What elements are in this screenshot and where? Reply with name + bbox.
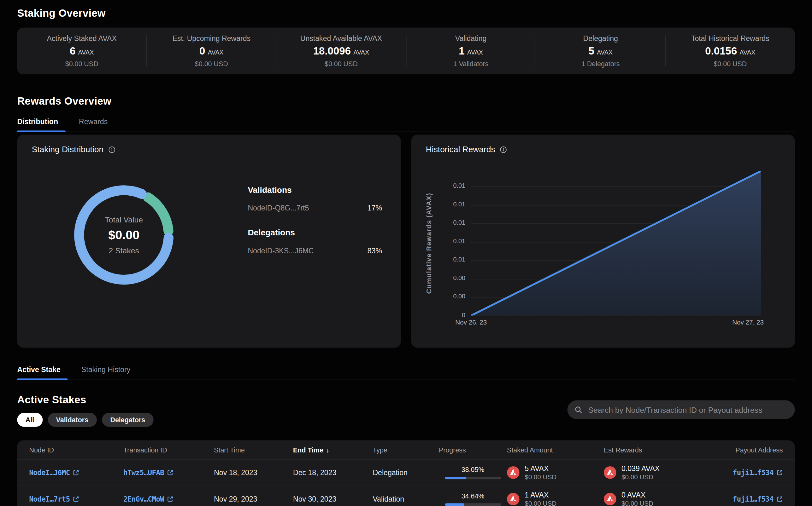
staked-usd: $0.00 USD — [525, 474, 556, 481]
stat-value: 0.0156 — [705, 46, 737, 57]
col-type[interactable]: Type — [373, 446, 439, 454]
donut-center-label: Total Value — [105, 215, 143, 224]
delegation-node-id: NodeID-3KS...J6MC — [248, 246, 314, 255]
info-icon[interactable] — [500, 146, 507, 153]
external-link-icon — [777, 470, 783, 476]
tab-active-stake[interactable]: Active Stake — [17, 362, 60, 380]
col-node-id[interactable]: Node ID — [29, 446, 123, 454]
external-link-icon — [73, 470, 79, 476]
end-time: Nov 30, 2023 — [293, 495, 373, 503]
est-rewards: 0 AVAX — [621, 491, 653, 499]
validation-percent: 17% — [367, 204, 382, 212]
donut-center-sub: 2 Stakes — [109, 246, 139, 255]
search-icon — [575, 406, 583, 414]
stat-label: Total Historical Rewards — [691, 34, 769, 43]
search-box[interactable] — [567, 401, 795, 419]
col-end-time[interactable]: End Time↓ — [293, 446, 373, 454]
progress-percent: 34.64% — [462, 493, 484, 500]
progress-percent: 38.05% — [462, 466, 484, 474]
delegations-heading: Delegations — [248, 228, 382, 238]
stat-upcoming-rewards: Est. Upcoming Rewards 0AVAX $0.00 USD — [146, 35, 276, 67]
stat-unit: AVAX — [597, 49, 613, 56]
stat-unit: AVAX — [353, 49, 369, 56]
est-rewards: 0.039 AVAX — [621, 464, 660, 472]
staking-dashboard: Staking Overview Actively Staked AVAX 6A… — [0, 0, 812, 506]
avax-logo-icon — [507, 493, 520, 505]
table-header-row: Node ID Transaction ID Start Time End Ti… — [17, 440, 795, 460]
y-tick: 0.00 — [411, 293, 466, 300]
stat-actively-staked: Actively Staked AVAX 6AVAX $0.00 USD — [17, 35, 146, 67]
col-start-time[interactable]: Start Time — [214, 446, 293, 454]
table-row: NodeI…7rt5 2EnGv…CMoW Nov 29, 2023 Nov 3… — [17, 486, 795, 506]
col-progress[interactable]: Progress — [439, 446, 507, 454]
info-icon[interactable] — [108, 146, 116, 153]
external-link-icon — [777, 496, 783, 502]
staked-amount-cell: 1 AVAX$0.00 USD — [507, 491, 604, 506]
filter-delegators[interactable]: Delegators — [102, 413, 154, 427]
stat-unstaked-available: Unstaked Available AVAX 18.0096AVAX $0.0… — [276, 35, 406, 67]
col-staked-amount[interactable]: Staked Amount — [507, 446, 604, 454]
stat-label: Unstaked Available AVAX — [300, 34, 382, 43]
validation-node-id: NodeID-Q8G...7rt5 — [248, 204, 309, 212]
node-id-link[interactable]: NodeI…7rt5 — [29, 495, 79, 503]
tab-staking-history[interactable]: Staking History — [81, 362, 130, 380]
external-link-icon — [73, 496, 79, 502]
staked-usd: $0.00 USD — [525, 500, 556, 506]
validations-heading: Validations — [248, 186, 382, 195]
external-link-icon — [167, 496, 174, 502]
payout-address-link[interactable]: fuji1…f534 — [733, 469, 783, 477]
stat-unit: AVAX — [208, 49, 224, 56]
stat-validating: Validating 1AVAX 1 Validators — [406, 35, 535, 67]
progress-cell: 38.05% — [439, 466, 507, 479]
staked-amount-cell: 5 AVAX$0.00 USD — [507, 464, 604, 481]
y-tick: 0.01 — [411, 182, 466, 189]
page-title: Staking Overview — [17, 7, 795, 19]
stat-value: 18.0096 — [313, 46, 351, 57]
stat-sub: $0.00 USD — [325, 60, 358, 68]
stat-sub: 1 Validators — [453, 60, 489, 68]
tab-rewards[interactable]: Rewards — [79, 114, 108, 132]
stat-unit: AVAX — [467, 49, 483, 56]
stat-sub: $0.00 USD — [714, 60, 747, 68]
stat-value: 6 — [70, 46, 75, 57]
avax-logo-icon — [604, 493, 616, 505]
filter-all[interactable]: All — [17, 413, 42, 427]
transaction-id-link[interactable]: hTwz5…UFAB — [123, 469, 174, 477]
donut-center-value: $0.00 — [108, 228, 139, 242]
rewards-line-chart — [471, 171, 761, 316]
x-tick-start: Nov 26, 23 — [445, 319, 497, 326]
col-est-rewards[interactable]: Est Rewards — [604, 446, 703, 454]
progress-bar — [445, 477, 501, 479]
stat-unit: AVAX — [739, 49, 755, 56]
rewards-tabs: Distribution Rewards — [17, 114, 795, 132]
filter-validators[interactable]: Validators — [48, 413, 96, 427]
payout-address-link[interactable]: fuji1…f534 — [733, 495, 783, 503]
progress-cell: 34.64% — [439, 493, 507, 506]
stat-label: Delegating — [583, 34, 618, 43]
rewards-overview-title: Rewards Overview — [17, 95, 795, 107]
col-payout-address[interactable]: Payout Address — [703, 446, 783, 454]
stat-sub: $0.00 USD — [195, 60, 228, 68]
delegation-legend-row: NodeID-3KS...J6MC 83% — [248, 246, 382, 255]
y-tick: 0.01 — [411, 201, 466, 208]
end-time: Dec 18, 2023 — [293, 469, 373, 477]
card-title: Staking Distribution — [32, 145, 104, 154]
stat-label: Est. Upcoming Rewards — [172, 34, 251, 43]
stat-sub: $0.00 USD — [65, 60, 98, 68]
progress-bar — [445, 503, 501, 506]
stat-sub: 1 Delegators — [582, 60, 620, 68]
tab-distribution[interactable]: Distribution — [17, 114, 58, 132]
sort-desc-icon: ↓ — [326, 446, 329, 454]
node-id-link[interactable]: NodeI…J6MC — [29, 469, 79, 477]
stat-label: Actively Staked AVAX — [47, 34, 117, 43]
start-time: Nov 29, 2023 — [214, 495, 293, 503]
col-transaction-id[interactable]: Transaction ID — [123, 446, 214, 454]
avax-logo-icon — [507, 466, 520, 479]
stat-unit: AVAX — [78, 49, 94, 56]
search-input[interactable] — [587, 405, 788, 415]
stake-tabs: Active Stake Staking History — [17, 362, 795, 380]
start-time: Nov 18, 2023 — [214, 469, 293, 477]
active-stakes-header: Active Stakes All Validators Delegators — [17, 394, 795, 427]
validation-legend-row: NodeID-Q8G...7rt5 17% — [248, 204, 382, 212]
transaction-id-link[interactable]: 2EnGv…CMoW — [123, 495, 174, 503]
